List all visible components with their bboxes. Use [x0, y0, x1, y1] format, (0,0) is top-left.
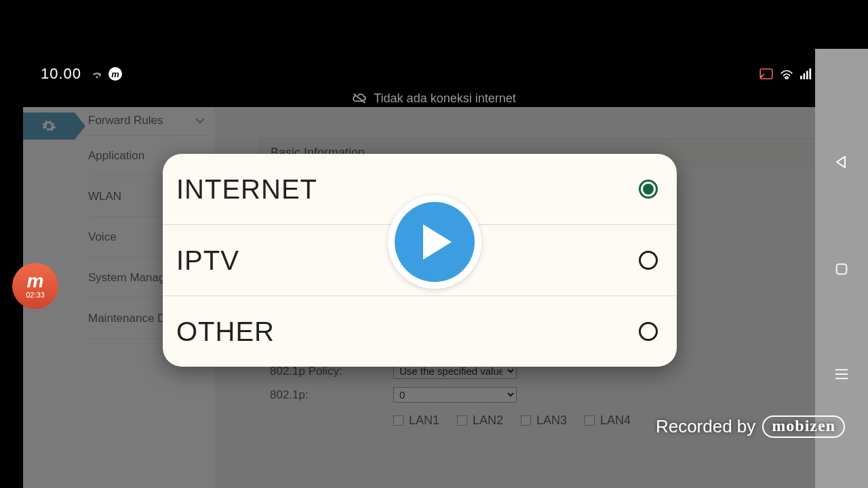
nav-home-button[interactable] — [834, 262, 849, 279]
mobizen-m-icon: m — [27, 273, 44, 289]
svg-rect-3 — [804, 73, 806, 79]
play-inner — [395, 202, 475, 282]
svg-rect-9 — [837, 264, 847, 274]
status-time: 10.00 — [41, 65, 81, 83]
no-internet-text: Tidak ada koneksi internet — [374, 92, 515, 106]
no-internet-banner: Tidak ada koneksi internet — [0, 89, 868, 107]
select-8021p[interactable]: 0 — [393, 387, 517, 403]
watermark-prefix: Recorded by — [656, 416, 755, 437]
play-icon — [420, 223, 454, 261]
option-other[interactable]: OTHER — [163, 296, 677, 367]
field-label: 802.1p: — [270, 388, 393, 402]
video-play-button[interactable] — [388, 195, 481, 289]
cloud-off-icon — [352, 93, 367, 104]
square-home-icon — [834, 262, 849, 277]
svg-rect-2 — [800, 76, 802, 79]
sidebar-item-label: Application — [88, 149, 144, 163]
svg-rect-4 — [806, 71, 808, 79]
recording-time: 02:33 — [26, 291, 45, 299]
checkbox-icon — [521, 415, 531, 426]
nav-back-button[interactable] — [833, 154, 850, 173]
nav-recents-button[interactable] — [834, 368, 849, 383]
lan1-checkbox[interactable]: LAN1 — [393, 413, 439, 428]
checkbox-icon — [585, 415, 595, 426]
radio-selected-icon — [639, 180, 658, 199]
chevron-down-icon — [195, 114, 205, 127]
gear-tab[interactable] — [23, 113, 75, 140]
sidebar-item-label: WLAN — [88, 190, 121, 203]
recorded-by-watermark: Recorded by mobizen — [656, 415, 845, 438]
sidebar-item-forward-rules[interactable]: Forward Rules — [88, 114, 209, 136]
sidebar-item-label: Voice — [88, 230, 117, 244]
lan3-checkbox[interactable]: LAN3 — [521, 413, 567, 428]
triangle-back-icon — [833, 154, 850, 170]
wifi-question-icon: ? — [91, 69, 103, 79]
svg-rect-1 — [760, 69, 772, 79]
status-left-icons: ? m — [91, 67, 122, 81]
row-8021p: 802.1p: 0 — [259, 387, 830, 403]
sidebar-item-label: Forward Rules — [88, 114, 163, 127]
option-label: OTHER — [176, 317, 275, 347]
checkbox-icon — [393, 415, 403, 426]
radio-unselected-icon — [639, 322, 658, 341]
menu-recents-icon — [834, 368, 849, 380]
wifi-icon — [780, 69, 793, 79]
watermark-brand: mobizen — [762, 415, 845, 438]
lan2-checkbox[interactable]: LAN2 — [457, 413, 503, 428]
svg-text:?: ? — [98, 73, 101, 79]
mobizen-status-icon: m — [108, 67, 122, 81]
lan4-checkbox[interactable]: LAN4 — [585, 413, 631, 428]
svg-rect-5 — [809, 68, 811, 79]
option-label: IPTV — [176, 245, 239, 276]
radio-unselected-icon — [639, 251, 658, 270]
checkbox-icon — [457, 415, 467, 426]
option-label: INTERNET — [176, 174, 317, 205]
mobizen-recorder-badge[interactable]: m 02:33 — [12, 263, 58, 309]
signal-icon — [800, 68, 812, 79]
status-bar: 10.00 ? m — [0, 64, 868, 83]
cast-icon — [760, 68, 773, 79]
gear-icon — [41, 119, 56, 134]
